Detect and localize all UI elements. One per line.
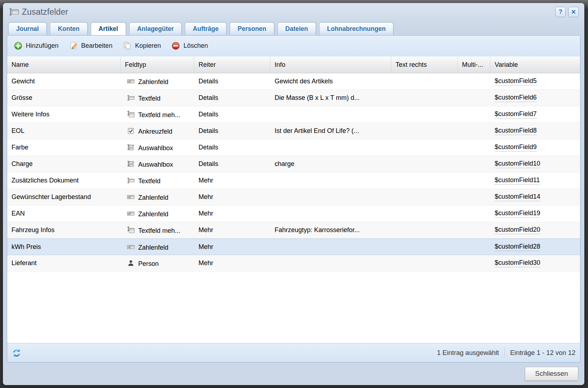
person-icon xyxy=(127,259,135,267)
variable-text: $customField7 xyxy=(495,110,537,119)
cell-text: Mehr xyxy=(199,226,213,234)
tab-personen[interactable]: Personen xyxy=(230,22,274,35)
table-row-weitere-infos[interactable]: Weitere InfosTextfeld meh...Details$cust… xyxy=(7,106,580,123)
form-field-icon xyxy=(9,7,19,17)
cell-variable: $customField20 xyxy=(490,222,580,238)
cell-variable: $customField5 xyxy=(490,73,580,89)
table-row-gewünschter-lagerbestand[interactable]: Gewünschter Lagerbestand#ZahlenfeldMehr$… xyxy=(7,189,580,205)
cell-info xyxy=(270,255,391,271)
tab-dateien[interactable]: Dateien xyxy=(277,22,316,35)
table-row-eol[interactable]: EOLAnkreuzfeldDetailsIst der Artikel End… xyxy=(7,123,580,139)
textarea-icon xyxy=(127,226,135,234)
kopieren-button[interactable]: Kopieren xyxy=(120,40,164,52)
feldtyp-label: Textfeld meh... xyxy=(138,111,180,119)
cell-text: Mehr xyxy=(199,177,213,184)
cell-reiter: Details xyxy=(194,123,270,139)
feldtyp-label: Zahlenfeld xyxy=(138,194,168,202)
cell-text: Details xyxy=(199,144,218,151)
cell-text_rechts xyxy=(391,90,458,106)
cell-name: Fahrzeug Infos xyxy=(7,222,121,238)
cell-reiter: Mehr xyxy=(194,172,270,189)
löschen-button[interactable]: Löschen xyxy=(168,40,211,52)
variable-text: $customField5 xyxy=(495,77,537,86)
window-footer: Schliessen xyxy=(3,362,584,385)
cell-text: Details xyxy=(199,78,218,85)
cell-name: Farbe xyxy=(7,139,121,156)
cell-name: EOL xyxy=(7,123,121,139)
cell-feldtyp: #Zahlenfeld xyxy=(121,189,194,205)
table-row-grösse[interactable]: GrösseTextfeldDetailsDie Masse (B x L x … xyxy=(7,90,580,106)
variable-text: $customField11 xyxy=(495,176,540,185)
number-field-icon: # xyxy=(127,193,135,201)
tab-label: Lohnabrechnungen xyxy=(327,25,386,33)
cell-feldtyp: Textfeld xyxy=(121,172,194,189)
schliessen-button[interactable]: Schliessen xyxy=(525,367,578,381)
cell-text_rechts xyxy=(391,172,458,189)
column-header-label: Name xyxy=(11,61,29,69)
variable-text: $customField28 xyxy=(495,243,540,251)
table-row-zusätzliches-dokument[interactable]: Zusätzliches DokumentTextfeldMehr$custom… xyxy=(7,172,580,189)
cell-text: Details xyxy=(199,160,218,168)
close-icon[interactable]: ✕ xyxy=(568,7,579,17)
table-row-gewicht[interactable]: Gewicht#ZahlenfeldDetailsGewicht des Art… xyxy=(7,73,580,90)
cell-feldtyp: Textfeld xyxy=(121,90,194,106)
table-row-lieferant[interactable]: LieferantPersonMehr$customField30 xyxy=(7,255,580,272)
tab-artikel[interactable]: Artikel xyxy=(91,22,126,35)
variable-text: $customField8 xyxy=(495,127,537,135)
column-header-label: Info xyxy=(275,61,285,69)
window-title: Zusatzfelder xyxy=(22,7,555,17)
column-header-reiter[interactable]: Reiter xyxy=(194,56,270,73)
table-row-charge[interactable]: ChargeAuswahlboxDetailscharge$customFiel… xyxy=(7,156,580,172)
cell-feldtyp: #Zahlenfeld xyxy=(121,239,194,255)
cell-multi xyxy=(458,90,490,106)
variable-text: $customField19 xyxy=(495,209,540,218)
tab-lohnabrechnungen[interactable]: Lohnabrechnungen xyxy=(319,22,393,35)
table-row-fahrzeug-infos[interactable]: Fahrzeug InfosTextfeld meh...MehrFahrzeu… xyxy=(7,222,580,239)
cell-text: Zusätzliches Dokument xyxy=(11,177,79,184)
table-row-farbe[interactable]: FarbeAuswahlboxDetails$customField9 xyxy=(7,139,580,156)
cell-reiter: Mehr xyxy=(194,255,270,271)
tab-aufträge[interactable]: Aufträge xyxy=(185,22,227,35)
cell-multi xyxy=(458,222,490,238)
column-header-info[interactable]: Info xyxy=(270,56,391,73)
cell-text: Mehr xyxy=(199,259,213,267)
bearbeiten-button[interactable]: Bearbeiten xyxy=(66,40,116,52)
cell-info: Fahrzeugtyp: Karrosseriefor... xyxy=(270,222,391,238)
tab-anlagegüter[interactable]: Anlagegüter xyxy=(129,22,182,35)
zusatzfelder-dialog: Zusatzfelder ? ✕ JournalKontenArtikelAnl… xyxy=(3,3,584,385)
hinzufügen-button[interactable]: Hinzufügen xyxy=(10,40,62,52)
cell-feldtyp: Auswahlbox xyxy=(121,156,194,172)
column-header-text-rechts[interactable]: Text rechts xyxy=(391,56,458,73)
combobox-icon xyxy=(127,144,135,152)
feldtyp-label: Zahlenfeld xyxy=(138,244,168,251)
column-header-name[interactable]: Name xyxy=(7,56,121,73)
cell-name: Grösse xyxy=(7,90,121,106)
column-header-feldtyp[interactable]: Feldtyp xyxy=(121,56,194,73)
table-row-kwh-preis[interactable]: kWh Preis#ZahlenfeldMehr$customField28 xyxy=(7,239,580,255)
cell-info xyxy=(270,172,391,189)
cell-text: Weitere Infos xyxy=(11,111,50,118)
cell-reiter: Details xyxy=(194,73,270,89)
cell-reiter: Mehr xyxy=(194,189,270,205)
tab-journal[interactable]: Journal xyxy=(8,22,47,35)
cell-variable: $customField6 xyxy=(490,90,580,106)
cell-variable: $customField7 xyxy=(490,106,580,123)
add-icon xyxy=(14,42,22,50)
help-button[interactable]: ? xyxy=(555,7,566,17)
tab-konten[interactable]: Konten xyxy=(50,22,87,35)
cell-text: Fahrzeugtyp: Karrosseriefor... xyxy=(275,226,360,234)
cell-text_rechts xyxy=(391,139,458,156)
refresh-icon[interactable] xyxy=(12,348,22,358)
table-row-ean[interactable]: EAN#ZahlenfeldMehr$customField19 xyxy=(7,205,580,222)
toolbar-button-label: Bearbeiten xyxy=(81,42,112,50)
cell-text_rechts xyxy=(391,205,458,222)
copy-icon xyxy=(123,42,131,50)
column-header-multi[interactable]: Multi-... xyxy=(458,56,490,73)
column-header-label: Multi-... xyxy=(462,61,483,69)
table-header: NameFeldtypReiterInfoText rechtsMulti-..… xyxy=(7,56,580,73)
status-bar: 1 Eintrag ausgewählt Einträge 1 - 12 von… xyxy=(7,343,580,362)
cell-text_rechts xyxy=(391,239,458,255)
column-header-variable[interactable]: Variable xyxy=(490,56,580,73)
window-titlebar[interactable]: Zusatzfelder ? ✕ xyxy=(3,3,584,20)
status-separator xyxy=(504,348,505,357)
